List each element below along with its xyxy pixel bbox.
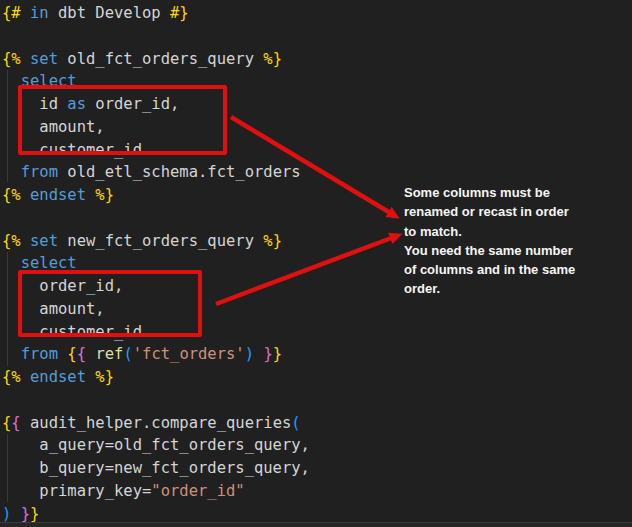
annotation-line: of columns and in the same [404,260,619,279]
highlight-box-new-columns [18,270,202,337]
window-bottom-edge [0,522,632,527]
code-editor[interactable]: {# in dbt Develop #} {% set old_fct_orde… [2,2,310,525]
code-line [2,207,310,230]
highlight-box-old-columns [18,85,227,155]
annotation-line: You need the same number [404,241,619,260]
annotation-line: renamed or recast in order [404,202,619,221]
annotation-line: to match. [404,222,619,241]
code-line: a_query=old_fct_orders_query, [2,434,310,457]
code-line: {% set old_fct_orders_query %} [2,48,310,71]
code-line: {{ audit_helper.compare_queries( [2,412,310,435]
annotation-line: order. [404,279,619,298]
code-line: {% endset %} [2,184,310,207]
annotation-line: Some columns must be [404,183,619,202]
code-line: from {{ ref('fct_orders') }} [2,343,310,366]
code-line: primary_key="order_id" [2,480,310,503]
code-line: b_query=new_fct_orders_query, [2,457,310,480]
code-line [2,389,310,412]
code-line: {% set new_fct_orders_query %} [2,230,310,253]
code-line: from old_etl_schema.fct_orders [2,161,310,184]
screenshot-root: {# in dbt Develop #} {% set old_fct_orde… [0,0,632,527]
code-line: {# in dbt Develop #} [2,2,310,25]
code-line: {% endset %} [2,366,310,389]
code-line [2,25,310,48]
annotation-note: Some columns must berenamed or recast in… [404,183,619,299]
